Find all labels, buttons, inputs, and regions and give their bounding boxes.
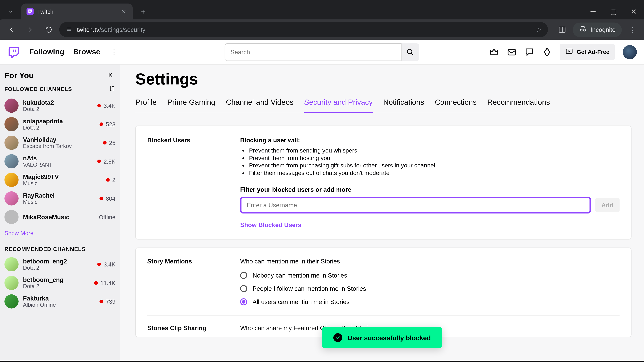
- page-title: Settings: [135, 70, 632, 88]
- get-ad-free-button[interactable]: Get Ad-Free: [560, 44, 615, 60]
- success-check-icon: [334, 333, 342, 342]
- channel-avatar: [4, 117, 18, 131]
- tab-connections[interactable]: Connections: [435, 94, 477, 113]
- whispers-icon[interactable]: [524, 47, 534, 57]
- channel-avatar: [4, 173, 18, 187]
- followed-channels-list: kukudota2 Dota 2 3.4K solapsapdota Dota …: [4, 96, 116, 226]
- search-button[interactable]: [402, 43, 419, 61]
- tab-close-icon[interactable]: ✕: [120, 8, 127, 15]
- viewer-count: 3.4K: [104, 102, 116, 109]
- chrome-menu-button[interactable]: ⋮: [624, 22, 640, 37]
- channel-game: Dota 2: [23, 106, 93, 112]
- inbox-icon[interactable]: [507, 47, 516, 57]
- sidebar-channel-item[interactable]: solapsapdota Dota 2 523: [4, 115, 116, 134]
- viewer-count: 2: [112, 176, 116, 183]
- sidebar-channel-item[interactable]: Fakturka Albion Online 739: [4, 292, 116, 311]
- radio-icon: [240, 285, 247, 292]
- story-mention-option[interactable]: People I follow can mention me in Storie…: [240, 285, 620, 292]
- toast-message: User successfully blocked: [348, 334, 431, 341]
- channel-avatar: [4, 210, 18, 224]
- sidebar-channel-item[interactable]: MikaRoseMusic Offline: [4, 208, 116, 226]
- add-blocked-button[interactable]: Add: [595, 198, 620, 212]
- live-dot-icon: [100, 122, 103, 126]
- nav-more-icon[interactable]: ⋮: [109, 48, 119, 56]
- channel-name: kukudota2: [23, 99, 93, 106]
- nav-following[interactable]: Following: [29, 47, 64, 56]
- twitch-favicon-icon: [26, 8, 34, 15]
- channel-avatar: [4, 98, 18, 113]
- close-window-button[interactable]: ✕: [624, 3, 644, 19]
- radio-label: Nobody can mention me in Stories: [252, 272, 347, 279]
- sidebar-channel-item[interactable]: RayRachel Music 804: [4, 189, 116, 208]
- incognito-label: Incognito: [590, 26, 616, 33]
- incognito-icon: [579, 25, 587, 34]
- tab-channel-and-videos[interactable]: Channel and Videos: [226, 94, 294, 113]
- story-mentions-desc: Who can mention me in their Stories: [240, 258, 620, 265]
- channel-game: Dota 2: [23, 125, 95, 131]
- window-controls: ─ ▢ ✕: [583, 3, 644, 19]
- svg-point-1: [408, 49, 412, 53]
- channel-name: RayRachel: [23, 192, 95, 199]
- address-bar[interactable]: twitch.tv/settings/security ☆: [59, 22, 548, 37]
- channel-game: Dota 2: [23, 283, 90, 290]
- viewer-count: 3.4K: [104, 261, 116, 268]
- browser-tab[interactable]: Twitch ✕: [21, 3, 133, 19]
- offline-label: Offline: [99, 214, 116, 220]
- tab-prime-gaming[interactable]: Prime Gaming: [167, 94, 215, 113]
- minimize-button[interactable]: ─: [583, 3, 603, 19]
- site-info-icon[interactable]: [66, 25, 72, 34]
- title-bar: Twitch ✕ ＋ ─ ▢ ✕: [0, 0, 644, 19]
- back-button[interactable]: [4, 22, 20, 37]
- radio-icon: [240, 298, 247, 305]
- sidebar-channel-item[interactable]: betboom_eng Dota 2 11.4K: [4, 274, 116, 292]
- channel-avatar: [4, 276, 18, 290]
- viewer-count: 25: [109, 139, 116, 146]
- channel-name: Magic899TV: [23, 173, 102, 180]
- channel-avatar: [4, 294, 18, 308]
- collapse-sidebar-icon[interactable]: [108, 71, 116, 80]
- sidebar-channel-item[interactable]: Magic899TV Music 2: [4, 171, 116, 189]
- show-more-link[interactable]: Show More: [4, 226, 116, 240]
- tab-recommendations[interactable]: Recommendations: [487, 94, 550, 113]
- reload-button[interactable]: [41, 22, 57, 37]
- tab-title: Twitch: [37, 8, 54, 15]
- search-input[interactable]: [225, 43, 402, 61]
- sidebar-channel-item[interactable]: kukudota2 Dota 2 3.4K: [4, 96, 116, 115]
- tab-profile[interactable]: Profile: [135, 94, 157, 113]
- prime-loot-icon[interactable]: [489, 47, 499, 57]
- svg-rect-2: [508, 49, 515, 55]
- tab-search-dropdown[interactable]: [2, 3, 20, 19]
- user-avatar[interactable]: [623, 45, 637, 59]
- search-wrap: [225, 43, 419, 61]
- svg-rect-0: [559, 27, 565, 32]
- sidebar-channel-item[interactable]: VanHoliday Escape from Tarkov 25: [4, 133, 116, 152]
- bookmark-star-icon[interactable]: ☆: [536, 26, 542, 33]
- twitch-logo-icon[interactable]: [7, 45, 20, 58]
- channel-name: VanHoliday: [23, 136, 98, 143]
- forward-button[interactable]: [22, 22, 38, 37]
- story-mention-option[interactable]: All users can mention me in Stories: [240, 298, 620, 305]
- blocking-effect-item: Prevent them from purchasing gift subs f…: [249, 162, 620, 169]
- blocked-username-input[interactable]: [240, 197, 591, 213]
- blocking-effects-list: Prevent them from sending you whispersPr…: [240, 147, 620, 176]
- nav-browse[interactable]: Browse: [73, 47, 100, 56]
- new-tab-button[interactable]: ＋: [137, 5, 150, 18]
- story-mention-option[interactable]: Nobody can mention me in Stories: [240, 272, 620, 279]
- ad-free-icon: [565, 47, 573, 56]
- recommended-channels-list: betboom_eng2 Dota 2 3.4K betboom_eng Dot…: [4, 255, 116, 311]
- sort-followed-icon[interactable]: [108, 85, 116, 94]
- tab-notifications[interactable]: Notifications: [383, 94, 424, 113]
- bits-icon[interactable]: [542, 47, 552, 57]
- url-path: /settings/security: [99, 26, 146, 33]
- for-you-heading: For You: [4, 71, 34, 80]
- live-dot-icon: [98, 104, 101, 107]
- sidebar-channel-item[interactable]: nAts VALORANT 2.8K: [4, 152, 116, 171]
- incognito-indicator[interactable]: Incognito: [573, 22, 622, 37]
- twitch-app: Following Browse ⋮ Get Ad-Free For You: [0, 40, 644, 361]
- viewer-count: 739: [106, 298, 116, 305]
- sidebar-channel-item[interactable]: betboom_eng2 Dota 2 3.4K: [4, 255, 116, 274]
- side-panel-button[interactable]: [554, 22, 570, 37]
- tab-security-and-privacy[interactable]: Security and Privacy: [304, 94, 373, 113]
- show-blocked-users-link[interactable]: Show Blocked Users: [240, 221, 620, 228]
- maximize-button[interactable]: ▢: [603, 3, 624, 19]
